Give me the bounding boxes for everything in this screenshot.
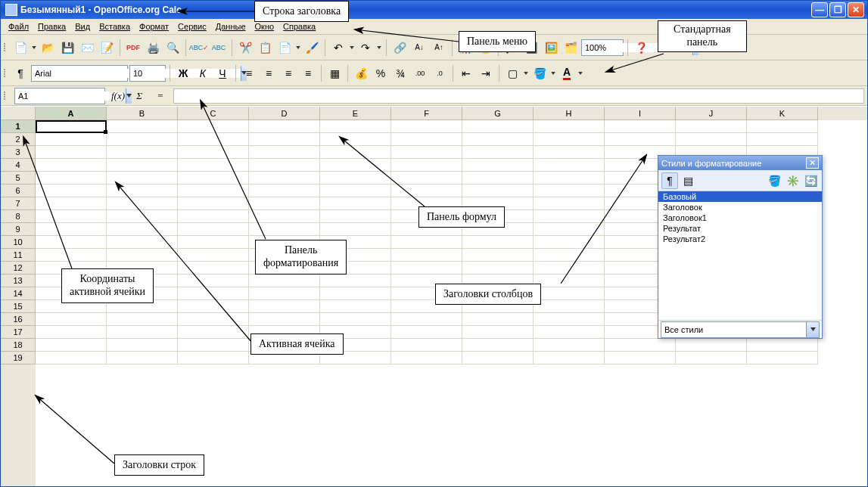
bold-icon[interactable]: Ж — [174, 64, 192, 82]
cell[interactable] — [320, 313, 391, 326]
column-header[interactable]: K — [747, 107, 818, 120]
cell[interactable] — [391, 159, 462, 172]
page-styles-icon[interactable]: ▤ — [680, 172, 696, 189]
number-format-icon[interactable]: ¾ — [391, 64, 409, 82]
cell[interactable] — [249, 313, 320, 326]
cell[interactable] — [391, 146, 462, 159]
cell[interactable] — [107, 133, 178, 146]
cell[interactable] — [178, 313, 249, 326]
formula-input[interactable] — [173, 88, 864, 104]
paragraph-styles-icon[interactable]: ¶ — [661, 172, 678, 189]
row-header[interactable]: 9 — [1, 223, 36, 236]
dropdown-icon[interactable] — [31, 39, 37, 57]
cell[interactable] — [178, 249, 249, 262]
cell[interactable] — [249, 287, 320, 300]
hyperlink-icon[interactable]: 🔗 — [390, 39, 409, 57]
cell[interactable] — [747, 352, 818, 364]
row-header[interactable]: 16 — [1, 313, 36, 326]
cell[interactable] — [462, 352, 534, 364]
column-header[interactable]: C — [178, 107, 249, 120]
menu-data[interactable]: Данные — [211, 20, 250, 33]
cell[interactable] — [391, 133, 462, 146]
cell[interactable] — [391, 262, 462, 275]
column-header[interactable]: D — [249, 107, 320, 120]
bgcolor-icon[interactable]: 🪣 — [530, 64, 549, 82]
cell[interactable] — [249, 185, 320, 197]
sum-icon[interactable]: Σ — [131, 88, 148, 104]
email-icon[interactable]: ✉️ — [78, 39, 96, 57]
currency-icon[interactable]: 💰 — [352, 64, 370, 82]
cell[interactable] — [462, 133, 534, 146]
cell[interactable] — [107, 326, 178, 339]
dropdown-icon[interactable] — [349, 39, 355, 57]
row-header[interactable]: 6 — [1, 185, 36, 197]
style-item[interactable]: Результат — [658, 223, 822, 234]
cell[interactable] — [534, 120, 605, 133]
cell[interactable] — [534, 352, 605, 364]
column-header[interactable]: J — [676, 107, 747, 120]
cell[interactable] — [178, 287, 249, 300]
cell[interactable] — [391, 313, 462, 326]
cell[interactable] — [320, 120, 391, 133]
cell[interactable] — [178, 172, 249, 185]
cell[interactable] — [320, 159, 391, 172]
style-item[interactable]: Заголовок — [658, 202, 822, 212]
column-header[interactable]: E — [320, 107, 391, 120]
menu-file[interactable]: Файл — [4, 20, 33, 33]
fontcolor-icon[interactable]: A — [558, 64, 576, 82]
cell[interactable] — [605, 120, 676, 133]
cell[interactable] — [36, 159, 107, 172]
cell[interactable] — [178, 146, 249, 159]
update-style-icon[interactable]: 🔄 — [802, 172, 819, 189]
cell[interactable] — [320, 133, 391, 146]
cell[interactable] — [534, 236, 605, 249]
dropdown-icon[interactable] — [295, 39, 301, 57]
underline-icon[interactable]: Ч — [213, 64, 232, 82]
cell[interactable] — [36, 197, 107, 210]
chevron-down-icon[interactable] — [806, 322, 819, 337]
cell[interactable] — [107, 197, 178, 210]
style-item[interactable]: Базовый — [658, 191, 822, 202]
cell[interactable] — [249, 223, 320, 236]
format-paint-icon[interactable]: 🖌️ — [303, 39, 321, 57]
cell[interactable] — [249, 120, 320, 133]
align-justify-icon[interactable]: ≡ — [299, 64, 317, 82]
cell[interactable] — [605, 339, 676, 352]
cell[interactable] — [178, 159, 249, 172]
close-button[interactable]: ✕ — [848, 2, 864, 17]
align-center-icon[interactable]: ≡ — [260, 64, 278, 82]
row-header[interactable]: 4 — [1, 159, 36, 172]
spellcheck-icon[interactable]: ABC✓ — [190, 39, 208, 57]
cell[interactable] — [178, 185, 249, 197]
row-header[interactable]: 3 — [1, 146, 36, 159]
align-left-icon[interactable]: ≡ — [240, 64, 258, 82]
cell[interactable] — [36, 313, 107, 326]
cell[interactable] — [36, 223, 107, 236]
menu-help[interactable]: Справка — [278, 20, 320, 33]
cell[interactable] — [534, 275, 605, 287]
cell[interactable] — [178, 133, 249, 146]
cell[interactable] — [36, 172, 107, 185]
cell[interactable] — [107, 120, 178, 133]
menu-insert[interactable]: Вставка — [95, 20, 135, 33]
dropdown-icon[interactable] — [376, 39, 382, 57]
styles-window[interactable]: Стили и форматирование ✕ ¶ ▤ 🪣 ✳️ 🔄 Базо… — [658, 155, 823, 339]
cell[interactable] — [107, 210, 178, 223]
cell[interactable] — [605, 133, 676, 146]
undo-icon[interactable]: ↶ — [329, 39, 347, 57]
styles-filter-combo[interactable] — [661, 321, 820, 338]
cell[interactable] — [462, 172, 534, 185]
new-style-icon[interactable]: ✳️ — [784, 172, 801, 189]
cell[interactable] — [462, 236, 534, 249]
cell[interactable] — [534, 210, 605, 223]
styles-filter-input[interactable] — [661, 325, 806, 334]
row-header[interactable]: 11 — [1, 249, 36, 262]
maximize-button[interactable]: ❐ — [829, 2, 846, 17]
merge-cells-icon[interactable]: ▦ — [325, 64, 344, 82]
cell[interactable] — [178, 352, 249, 364]
edit-doc-icon[interactable]: 📝 — [98, 39, 116, 57]
cell[interactable] — [178, 236, 249, 249]
remove-decimal-icon[interactable]: .0 — [431, 64, 449, 82]
cell[interactable] — [249, 300, 320, 313]
cell[interactable] — [534, 326, 605, 339]
